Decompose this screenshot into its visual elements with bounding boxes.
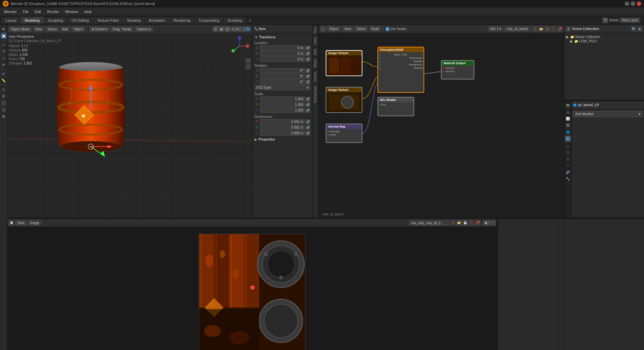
loc-z-input[interactable]: 0 m — [260, 57, 305, 62]
properties-section-header[interactable]: ▶ Properties — [255, 138, 310, 141]
viewport-nav-gizmo[interactable]: X Y Z — [229, 36, 250, 57]
node-slot-select[interactable]: Slot 1 ▾ — [488, 26, 503, 31]
loc-y-input[interactable]: 0 m — [260, 51, 305, 56]
scale-z-link[interactable]: 🔗 — [306, 108, 310, 113]
outliner-options-btn[interactable]: ⚙ — [637, 27, 642, 31]
tab-tool[interactable]: Tool — [313, 25, 318, 35]
prop-world-icon[interactable]: 🌐 — [565, 129, 571, 135]
loc-y-link[interactable]: 🔗 — [306, 51, 310, 56]
prop-scene-icon[interactable]: 🎬 — [565, 122, 571, 128]
uv-new-btn[interactable]: + — [450, 220, 456, 225]
node-object-menu[interactable]: Object — [327, 26, 341, 31]
extrude-tool[interactable]: ⬆ — [1, 93, 7, 99]
viewport-mode-menu[interactable]: Object Mode — [9, 27, 32, 32]
view-layer-select[interactable]: View Layer — [620, 18, 640, 23]
node-pin-btn[interactable]: 📌 — [557, 26, 562, 32]
viewport-add-menu[interactable]: Add — [60, 27, 70, 32]
tab-mesh[interactable]: Mesh — [313, 57, 318, 69]
rot-y-link[interactable]: 🔗 — [306, 74, 310, 79]
prop-particles-icon[interactable]: ✦ — [565, 156, 571, 162]
scale-y-link[interactable]: 🔗 — [306, 103, 310, 107]
annotate-tool[interactable]: ✏ — [1, 71, 7, 77]
uv-image-menu[interactable]: Image — [28, 220, 41, 225]
inset-tool[interactable]: ⬛ — [1, 100, 7, 106]
tab-create[interactable]: Create — [313, 69, 318, 84]
tab-view[interactable]: View — [313, 35, 318, 47]
outliner-low-poly[interactable]: ▶ 📁 LOW_POLY — [566, 39, 643, 43]
node-node-menu[interactable]: Node — [369, 26, 381, 31]
scale-tool[interactable]: ⤡ — [1, 55, 7, 61]
viewport-select-menu[interactable]: Select — [45, 27, 59, 32]
tab-sculpting[interactable]: Sculpting — [44, 17, 67, 23]
dim-y-input[interactable]: 0.562 m — [260, 125, 305, 130]
rotate-tool[interactable]: ↺ — [1, 48, 7, 54]
rot-z-link[interactable]: 🔗 — [306, 80, 310, 84]
uv-image-select[interactable]: low_poly_mat_oil_b... — [409, 220, 449, 225]
menu-file[interactable]: File — [20, 9, 31, 14]
uv-open-btn[interactable]: 📂 — [456, 220, 462, 225]
add-workspace-button[interactable]: + — [246, 17, 254, 24]
viewport-options[interactable]: Options ▾ — [135, 27, 153, 32]
node-editor-type-btn[interactable]: ⬡ — [320, 26, 326, 32]
transform-expand-icon[interactable]: ▼ — [255, 35, 258, 39]
dim-x-input[interactable]: 0.562 m — [260, 119, 305, 124]
tab-scripting[interactable]: Scripting — [223, 17, 246, 23]
node-new-btn[interactable]: + — [532, 26, 538, 32]
tab-uv-editing[interactable]: UV Editing — [67, 17, 93, 23]
prop-view-layer-icon[interactable]: 📊 — [565, 116, 571, 122]
node-mix-shader[interactable]: Mix Shader ●Fac — [377, 97, 414, 116]
tab-rendering[interactable]: Rendering — [169, 17, 194, 23]
outliner-type-btn[interactable]: ☰ — [566, 27, 571, 31]
prop-object-icon[interactable]: 🔷 — [565, 136, 571, 142]
viewport-3d[interactable]: Object Mode View Select Add Object ⊞ Glo… — [7, 25, 252, 217]
dim-x-link[interactable]: 🔗 — [306, 120, 310, 124]
dim-y-link[interactable]: 🔗 — [306, 125, 310, 130]
prop-modifiers-icon[interactable]: 🔧 — [565, 176, 571, 182]
menu-edit[interactable]: Edit — [32, 9, 44, 14]
node-principled-bsdf[interactable]: Principled BSDF ●Base Color● ●Subsurface… — [377, 47, 424, 93]
scale-z-input[interactable]: 1.000 — [260, 108, 305, 113]
dim-z-input[interactable]: 0.866 m — [260, 131, 305, 136]
tab-compositing[interactable]: Compositing — [195, 17, 223, 23]
transform-tool[interactable]: ✛ — [1, 62, 7, 68]
viewport-xray-btn[interactable]: ◎ — [225, 26, 230, 32]
uv-type-btn[interactable]: 🔲 — [9, 220, 14, 225]
prop-render-icon[interactable]: 📷 — [565, 102, 571, 108]
use-nodes-checkbox[interactable]: ✓ — [385, 27, 389, 31]
loc-z-link[interactable]: 🔗 — [306, 57, 310, 62]
outliner-scene-collection[interactable]: ▶ 📁 Scene Collection — [566, 35, 643, 39]
shading-material[interactable]: ⬛ — [239, 27, 245, 31]
shading-wire[interactable]: ◻ — [231, 27, 235, 31]
viewport-view-menu[interactable]: View — [33, 27, 44, 32]
uv-save-btn[interactable]: 💾 — [462, 220, 468, 225]
tab-texture-paint[interactable]: Texture Paint — [93, 17, 123, 23]
tab-shading[interactable]: Shading — [123, 17, 144, 23]
rot-x-input[interactable]: 0° — [260, 68, 305, 73]
use-nodes-toggle[interactable]: ✓ Use Nodes — [385, 27, 407, 31]
uv-view-menu[interactable]: View — [15, 220, 27, 225]
viewport-orientation[interactable]: ⊞ Global ▾ — [90, 27, 109, 32]
shading-solid[interactable]: ● — [235, 27, 239, 31]
select-tool[interactable]: ▣ — [1, 33, 7, 39]
prop-output-icon[interactable]: 🖨 — [565, 109, 571, 115]
scale-x-link[interactable]: 🔗 — [306, 97, 310, 102]
bevel-tool[interactable]: ◫ — [1, 107, 7, 113]
rot-z-input[interactable]: 0° — [260, 79, 305, 84]
cursor-tool[interactable]: ⊕ — [1, 26, 7, 32]
measure-tool[interactable]: 📏 — [1, 77, 7, 83]
node-material-output[interactable]: Material Output ●Surface ●Volume — [441, 60, 474, 79]
rot-x-link[interactable]: 🔗 — [306, 68, 310, 73]
loc-x-link[interactable]: 🔗 — [306, 46, 310, 50]
scale-x-input[interactable]: 1.000 — [260, 97, 305, 102]
loc-x-input[interactable]: 0 m — [260, 45, 305, 50]
node-editor[interactable]: ⬡ Object View Select Node ✓ Use Nodes Sl… — [318, 25, 564, 217]
tab-retopology[interactable]: Retopology — [313, 84, 318, 105]
node-image-texture-2[interactable]: Image Texture — [326, 87, 362, 113]
uv-canvas[interactable]: ✛ — [7, 227, 497, 350]
node-select-menu[interactable]: Select — [354, 26, 368, 31]
tab-modeling[interactable]: Modeling — [21, 17, 44, 23]
zoom-out-btn[interactable]: − — [246, 64, 251, 69]
maximize-button[interactable]: □ — [631, 1, 635, 6]
zoom-in-btn[interactable]: + — [246, 58, 251, 63]
node-copy-btn[interactable]: ⎘ — [544, 26, 550, 32]
